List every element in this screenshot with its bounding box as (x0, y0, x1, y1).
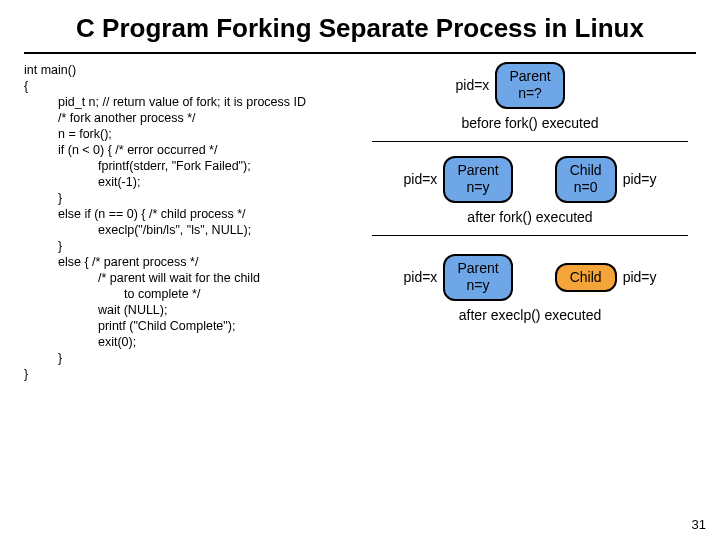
code-block: int main() { pid_t n; // return value of… (24, 62, 364, 382)
code-line: n = fork(); (24, 126, 364, 142)
code-line: exit(-1); (24, 174, 364, 190)
pid-label-right: pid=y (623, 171, 671, 187)
slide-body: int main() { pid_t n; // return value of… (24, 62, 696, 382)
slide: C Program Forking Separate Process in Li… (0, 0, 720, 540)
code-line: fprintf(stderr, "Fork Failed"); (24, 158, 364, 174)
box-value: n=0 (569, 179, 603, 197)
process-box-child: Child (555, 263, 617, 293)
process-box-parent: Parent n=y (443, 254, 512, 301)
code-line: execlp("/bin/ls", "ls", NULL); (24, 222, 364, 238)
stage-caption: after fork() executed (364, 209, 696, 225)
pid-label-left: pid=x (389, 171, 437, 187)
stage-divider (372, 235, 688, 236)
stage-divider (372, 141, 688, 142)
pid-label-right: pid=y (623, 269, 671, 285)
code-line: else { /* parent process */ (24, 254, 364, 270)
process-box-parent: Parent n=y (443, 156, 512, 203)
code-line: if (n < 0) { /* error occurred */ (24, 142, 364, 158)
slide-number: 31 (692, 517, 706, 532)
code-line: } (24, 366, 364, 382)
title-rule (24, 52, 696, 54)
stage-caption: after execlp() executed (364, 307, 696, 323)
code-line: } (24, 350, 364, 366)
stage-before-fork: pid=x Parent n=? before fork() executed (364, 62, 696, 131)
box-title: Parent (509, 68, 550, 86)
code-line: to complete */ (24, 286, 364, 302)
box-title: Child (569, 269, 603, 287)
stage-caption: before fork() executed (364, 115, 696, 131)
process-box-parent: Parent n=? (495, 62, 564, 109)
slide-title: C Program Forking Separate Process in Li… (24, 10, 696, 52)
box-title: Child (569, 162, 603, 180)
spacer (571, 76, 619, 94)
box-value: n=y (457, 277, 498, 295)
code-line: { (24, 78, 364, 94)
code-line: exit(0); (24, 334, 364, 350)
pid-label-left: pid=x (389, 269, 437, 285)
pid-label-left: pid=x (441, 77, 489, 93)
box-value: n=y (457, 179, 498, 197)
box-title: Parent (457, 162, 498, 180)
code-line: } (24, 238, 364, 254)
box-value: n=? (509, 85, 550, 103)
stage-after-execlp: pid=x Parent n=y Child pid=y after execl… (364, 248, 696, 323)
code-line: else if (n == 0) { /* child process */ (24, 206, 364, 222)
code-line: wait (NULL); (24, 302, 364, 318)
stage-after-fork: pid=x Parent n=y Child n=0 pid=y after f… (364, 154, 696, 225)
code-line: printf ("Child Complete"); (24, 318, 364, 334)
diagram: pid=x Parent n=? before fork() executed … (364, 62, 696, 382)
code-line: int main() (24, 62, 364, 78)
code-line: } (24, 190, 364, 206)
code-line: pid_t n; // return value of fork; it is … (24, 94, 364, 110)
process-box-child: Child n=0 (555, 156, 617, 203)
code-line: /* parent will wait for the child (24, 270, 364, 286)
code-line: /* fork another process */ (24, 110, 364, 126)
box-title: Parent (457, 260, 498, 278)
